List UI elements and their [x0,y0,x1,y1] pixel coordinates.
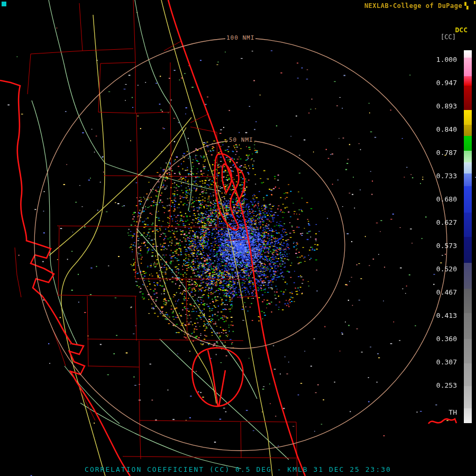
product-label: DCC [455,26,468,34]
colorbar-label: 0.467 [436,289,457,296]
colorbar-label: 0.893 [436,103,457,110]
colorbar-th-label: TH [448,408,457,416]
range-ring-label-100: 100 NMI [225,34,255,41]
radar-display: 100 NMI 50 NMI NEXLAB-College of DuPage▚… [0,0,476,476]
colorbar-label: 0.840 [436,126,457,133]
range-ring-label-50: 50 NMI [228,136,254,143]
radar-site-marker [240,243,241,245]
product-caption: CORRELATION COEFFICIENT (CC) 0.5 DEG - K… [0,465,476,473]
corner-mark [2,2,6,6]
colorbar-label: 0.360 [436,335,457,343]
title-glyph-icon: ▚ [464,2,469,10]
page-title: NEXLAB-College of DuPage▚ [364,2,469,10]
corner-glyph-icon: ▝ [472,1,475,7]
colorbar-label: 0.573 [436,242,457,250]
colorbar-label: 0.680 [436,196,457,203]
colorbar-label: 0.520 [436,266,457,273]
title-text: NEXLAB-College of DuPage [364,2,462,10]
colorbar-label: 0.627 [436,219,457,226]
units-label: [CC] [441,33,456,41]
colorbar-label: 0.787 [436,149,457,157]
colorbar [464,50,472,423]
colorbar-label: 1.000 [436,56,457,63]
range-rings-svg [0,0,476,476]
colorbar-label: 0.307 [436,359,457,366]
colorbar-label: 0.733 [436,172,457,180]
colorbar-label: 0.253 [436,382,457,389]
colorbar-label: 0.947 [436,79,457,87]
colorbar-label: 0.413 [436,312,457,319]
